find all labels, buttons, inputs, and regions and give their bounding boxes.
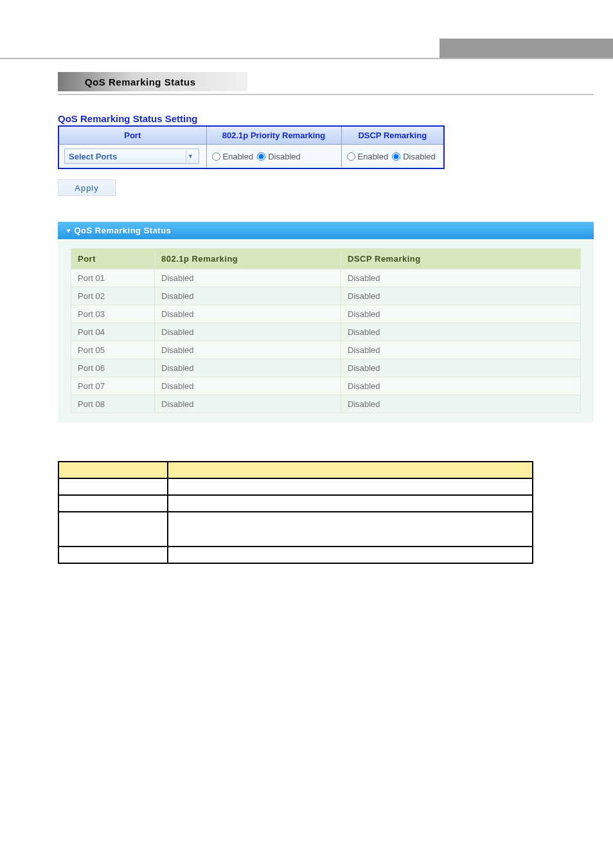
status-cell-dscp: Disabled <box>341 341 581 359</box>
dscp-enabled-label: Enabled <box>358 152 389 161</box>
legend-header-label <box>58 462 168 478</box>
status-panel-header[interactable]: ▾ QoS Remarking Status <box>58 222 594 239</box>
8021p-enabled-radio[interactable] <box>212 152 220 161</box>
status-cell-dscp: Disabled <box>341 359 581 377</box>
status-cell-port: Port 03 <box>71 305 155 323</box>
table-row: Port 05DisabledDisabled <box>71 341 581 359</box>
status-cell-dscp: Disabled <box>341 323 581 341</box>
settings-header-8021p: 802.1p Priority Remarking <box>206 126 341 145</box>
top-bar-gray-block <box>440 39 613 58</box>
dscp-disabled-option[interactable]: Disabled <box>392 152 436 161</box>
status-cell-8021p: Disabled <box>155 395 341 413</box>
legend-row <box>58 512 533 547</box>
table-row: Port 07DisabledDisabled <box>71 377 581 395</box>
status-cell-8021p: Disabled <box>155 323 341 341</box>
status-cell-dscp: Disabled <box>341 395 581 413</box>
legend-cell-desc <box>168 512 533 547</box>
status-header-8021p: 802.1p Remarking <box>155 249 341 269</box>
legend-header-desc <box>168 462 533 478</box>
dscp-radio-cell: Enabled Disabled <box>341 145 444 169</box>
legend-cell-label <box>58 512 168 547</box>
8021p-enabled-label: Enabled <box>223 152 254 161</box>
port-select-dropdown[interactable]: Select Ports ▼ <box>64 149 199 164</box>
status-panel-body: Port 802.1p Remarking DSCP Remarking Por… <box>58 239 594 422</box>
8021p-radio-cell: Enabled Disabled <box>206 145 341 169</box>
dscp-enabled-option[interactable]: Enabled <box>347 152 389 161</box>
chevron-down-icon: ▼ <box>186 150 195 162</box>
status-cell-port: Port 07 <box>71 377 155 395</box>
status-cell-port: Port 01 <box>71 269 155 287</box>
port-select-cell: Select Ports ▼ <box>58 145 206 169</box>
legend-cell-desc <box>168 478 533 495</box>
legend-table <box>58 461 533 564</box>
legend-row <box>58 547 533 563</box>
settings-header-port: Port <box>58 126 206 145</box>
status-cell-8021p: Disabled <box>155 287 341 305</box>
status-cell-8021p: Disabled <box>155 269 341 287</box>
8021p-radio-group: Enabled Disabled <box>212 152 336 161</box>
title-divider <box>58 94 594 95</box>
status-panel: ▾ QoS Remarking Status Port 802.1p Remar… <box>58 222 594 422</box>
legend-cell-label <box>58 495 168 512</box>
legend-cell-desc <box>168 495 533 512</box>
table-row: Port 06DisabledDisabled <box>71 359 581 377</box>
apply-button[interactable]: Apply <box>58 179 116 196</box>
legend-cell-label <box>58 547 168 563</box>
8021p-disabled-option[interactable]: Disabled <box>257 152 301 161</box>
status-cell-port: Port 06 <box>71 359 155 377</box>
8021p-enabled-option[interactable]: Enabled <box>212 152 254 161</box>
table-row: Port 04DisabledDisabled <box>71 323 581 341</box>
port-select-placeholder: Select Ports <box>69 152 117 161</box>
status-table: Port 802.1p Remarking DSCP Remarking Por… <box>71 248 581 413</box>
legend-cell-desc <box>168 547 533 563</box>
chevron-down-icon: ▾ <box>67 227 71 234</box>
top-bar <box>0 39 613 58</box>
status-panel-title: QoS Remarking Status <box>75 226 172 235</box>
page-title: QoS Remarking Status <box>58 72 247 91</box>
legend-cell-label <box>58 478 168 495</box>
status-cell-8021p: Disabled <box>155 341 341 359</box>
status-cell-8021p: Disabled <box>155 377 341 395</box>
status-header-dscp: DSCP Remarking <box>341 249 581 269</box>
status-cell-8021p: Disabled <box>155 359 341 377</box>
dscp-enabled-radio[interactable] <box>347 152 355 161</box>
status-cell-port: Port 04 <box>71 323 155 341</box>
status-cell-port: Port 08 <box>71 395 155 413</box>
legend-row <box>58 495 533 512</box>
status-cell-8021p: Disabled <box>155 305 341 323</box>
table-row: Port 08DisabledDisabled <box>71 395 581 413</box>
settings-table: Port 802.1p Priority Remarking DSCP Rema… <box>58 125 445 169</box>
status-cell-dscp: Disabled <box>341 305 581 323</box>
status-cell-dscp: Disabled <box>341 287 581 305</box>
table-row: Port 01DisabledDisabled <box>71 269 581 287</box>
dscp-disabled-label: Disabled <box>403 152 436 161</box>
section-title: QoS Remarking Status Setting <box>58 113 594 124</box>
status-header-port: Port <box>71 249 155 269</box>
8021p-disabled-radio[interactable] <box>257 152 265 161</box>
dscp-radio-group: Enabled Disabled <box>347 152 439 161</box>
page-title-text: QoS Remarking Status <box>85 77 196 87</box>
apply-button-label: Apply <box>75 183 99 193</box>
table-row: Port 03DisabledDisabled <box>71 305 581 323</box>
dscp-disabled-radio[interactable] <box>392 152 400 161</box>
legend-row <box>58 478 533 495</box>
status-cell-port: Port 05 <box>71 341 155 359</box>
settings-header-dscp: DSCP Remarking <box>341 126 444 145</box>
status-cell-dscp: Disabled <box>341 269 581 287</box>
status-cell-dscp: Disabled <box>341 377 581 395</box>
table-row: Port 02DisabledDisabled <box>71 287 581 305</box>
8021p-disabled-label: Disabled <box>268 152 301 161</box>
status-cell-port: Port 02 <box>71 287 155 305</box>
